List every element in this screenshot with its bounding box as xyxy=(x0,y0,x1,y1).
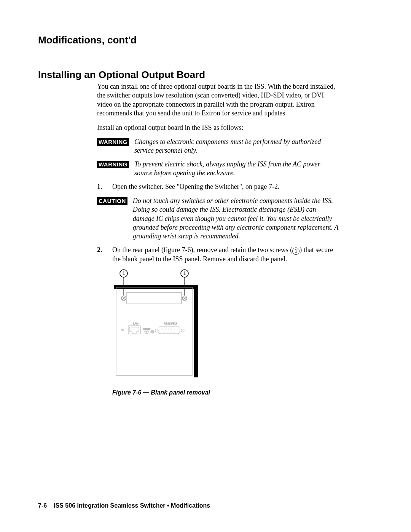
warning-text: To prevent electric shock, always unplug… xyxy=(134,160,339,178)
step-number: 2. xyxy=(97,246,112,264)
callout-circle-icon: 1 xyxy=(292,248,299,255)
footer-title: ISS 506 Integration Seamless Switcher • … xyxy=(54,502,210,509)
warning-text: Changes to electronic components must be… xyxy=(134,137,339,155)
page-number: 7-6 xyxy=(38,502,47,509)
body-block: You can install one of three optional ou… xyxy=(97,82,339,264)
svg-point-22 xyxy=(171,329,172,330)
svg-point-27 xyxy=(173,332,174,333)
caution-badge: CAUTION xyxy=(97,197,127,205)
step-text: On the rear panel (figure 7-6), remove a… xyxy=(112,246,339,264)
svg-point-26 xyxy=(170,332,171,333)
callout-right: 1 xyxy=(183,271,186,276)
caution-text: Do not touch any switches or other elect… xyxy=(133,197,339,241)
warning-badge: WARNING xyxy=(97,161,129,169)
step2-text-a: On the rear panel (figure 7-6), remove a… xyxy=(112,246,292,254)
figure-caption: Figure 7-6 — Blank panel removal xyxy=(112,389,373,396)
svg-point-25 xyxy=(167,332,168,333)
warning-2: WARNING To prevent electric shock, alway… xyxy=(97,160,339,178)
svg-point-12 xyxy=(122,329,124,331)
page: Modifications, cont'd Installing an Opti… xyxy=(0,0,411,532)
step-1: 1. Open the switcher. See "Opening the S… xyxy=(97,182,339,191)
svg-point-15 xyxy=(151,330,154,333)
callout-left: 1 xyxy=(123,271,125,276)
svg-point-23 xyxy=(174,329,175,330)
svg-point-20 xyxy=(165,329,166,330)
warning-badge: WARNING xyxy=(97,138,129,146)
step-2: 2. On the rear panel (figure 7-6), remov… xyxy=(97,246,339,264)
blank-panel-diagram: 1 1 xyxy=(112,269,215,383)
running-head: Modifications, cont'd xyxy=(38,34,373,46)
page-footer: 7-6ISS 506 Integration Seamless Switcher… xyxy=(38,502,210,509)
svg-rect-16 xyxy=(128,326,140,334)
caution-1: CAUTION Do not touch any switches or oth… xyxy=(97,197,339,241)
intro-paragraph: You can install one of three optional ou… xyxy=(97,82,339,118)
step-number: 1. xyxy=(97,182,112,191)
figure-7-6: 1 1 xyxy=(112,269,373,385)
reset-label: RESET xyxy=(143,328,150,330)
svg-point-19 xyxy=(162,329,163,330)
svg-rect-5 xyxy=(127,292,182,304)
svg-point-18 xyxy=(181,329,184,332)
rs232-label: RS232/422 xyxy=(164,322,177,325)
lead-in-paragraph: Install an optional output board in the … xyxy=(97,123,339,132)
svg-point-21 xyxy=(168,329,169,330)
lan-label: LAN xyxy=(133,322,139,325)
step-text: Open the switcher. See "Opening the Swit… xyxy=(112,182,339,191)
svg-point-24 xyxy=(164,332,165,333)
svg-point-14 xyxy=(146,331,147,332)
section-title: Installing an Optional Output Board xyxy=(38,69,373,81)
warning-1: WARNING Changes to electronic components… xyxy=(97,137,339,155)
